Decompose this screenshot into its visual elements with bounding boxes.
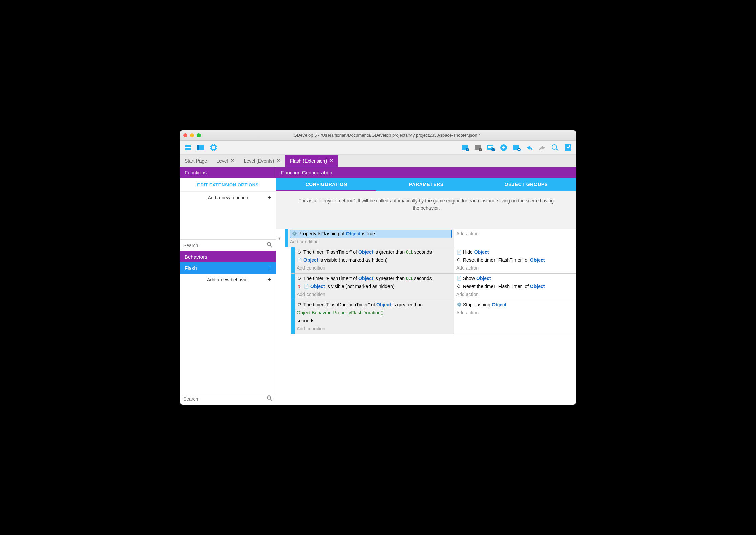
plus-icon: + (267, 276, 271, 283)
behavior-item-flash[interactable]: Flash ⋮ (180, 262, 276, 274)
sidebar: Functions EDIT EXTENSION OPTIONS Add a n… (180, 167, 276, 405)
undo-icon[interactable] (524, 142, 535, 153)
svg-point-30 (552, 145, 557, 149)
search-functions-row (180, 239, 276, 251)
settings-icon[interactable] (563, 142, 573, 153)
main-panel: Function Configuration CONFIGURATION PAR… (276, 167, 576, 405)
toolbar: + + + + (180, 141, 576, 155)
event-row[interactable]: ⚙️ Property IsFlashing of Object is true… (285, 229, 576, 247)
tab-level-events[interactable]: Level (Events)✕ (239, 155, 285, 167)
add-condition-button[interactable]: Add condition (297, 291, 452, 299)
delete-event-icon[interactable] (511, 142, 522, 153)
search-functions-input[interactable] (183, 243, 267, 248)
close-icon[interactable]: ✕ (330, 158, 333, 163)
conditions-column[interactable]: ⚙️ Property IsFlashing of Object is true… (288, 229, 454, 247)
hide-icon: 📄 (456, 250, 462, 255)
actions-column[interactable]: 📄 Show Object ⏱ Reset the timer "FlashTi… (454, 274, 576, 300)
tab-configuration[interactable]: CONFIGURATION (276, 178, 376, 191)
add-condition-button[interactable]: Add condition (297, 264, 452, 272)
svg-rect-21 (488, 146, 493, 147)
event-row[interactable]: ⏱ The timer "FlashTimer" of Object is gr… (291, 247, 576, 274)
add-behavior-button[interactable]: Add a new behavior + (180, 274, 276, 286)
tab-parameters[interactable]: PARAMETERS (376, 178, 476, 191)
tab-object-groups[interactable]: OBJECT GROUPS (476, 178, 576, 191)
redo-icon[interactable] (537, 142, 548, 153)
zoom-window-icon[interactable] (197, 133, 201, 137)
events-sheet: ▼ ⚙️ Property IsFlashing of Object is tr… (276, 229, 576, 405)
conditions-column[interactable]: ⏱ The timer "FlashTimer" of Object is gr… (295, 274, 454, 300)
timer-icon: ⏱ (297, 276, 302, 281)
add-action-button[interactable]: Add action (456, 309, 574, 317)
condition-line[interactable]: ⏱ The timer "FlashTimer" of Object is gr… (297, 275, 452, 283)
properties-panel-icon[interactable] (195, 142, 206, 153)
condition-line[interactable]: ⏱ The timer "FlashDurationTimer" of Obje… (297, 301, 452, 309)
add-event-icon[interactable]: + (460, 142, 470, 153)
actions-column[interactable]: 📄 Hide Object ⏱ Reset the timer "FlashTi… (454, 247, 576, 273)
event-gutter (291, 300, 295, 334)
close-icon[interactable]: ✕ (231, 158, 234, 163)
app-window: GDevelop 5 - /Users/florian/Documents/GD… (180, 130, 576, 405)
action-line[interactable]: ⏱ Reset the timer "FlashTimer" of Object (456, 283, 574, 291)
minimize-window-icon[interactable] (190, 133, 194, 137)
svg-point-33 (569, 145, 570, 147)
add-comment-icon[interactable]: + (485, 142, 496, 153)
close-window-icon[interactable] (183, 133, 187, 137)
event-row[interactable]: ⏱ The timer "FlashDurationTimer" of Obje… (291, 300, 576, 334)
invert-icon: ↯ (297, 284, 302, 289)
tab-flash-extension[interactable]: Flash (Extension)✕ (285, 155, 338, 167)
action-line[interactable]: 📄 Show Object (456, 275, 574, 283)
edit-extension-options-button[interactable]: EDIT EXTENSION OPTIONS (180, 178, 276, 192)
lifecycle-description: This is a "lifecycle method". It will be… (276, 191, 576, 229)
config-tabs: CONFIGURATION PARAMETERS OBJECT GROUPS (276, 178, 576, 191)
condition-line[interactable]: 📄 Object is visible (not marked as hidde… (297, 256, 452, 264)
svg-rect-5 (212, 146, 216, 150)
condition-line[interactable]: ⚙️ Property IsFlashing of Object is true (290, 230, 452, 238)
close-icon[interactable]: ✕ (277, 158, 280, 163)
search-events-icon[interactable] (550, 142, 561, 153)
event-gutter (291, 274, 295, 300)
project-panel-icon[interactable] (183, 142, 193, 153)
tab-level[interactable]: Level✕ (212, 155, 239, 167)
actions-column[interactable]: ⚙️ Stop flashing Object Add action (454, 300, 576, 334)
add-condition-button[interactable]: Add condition (297, 325, 452, 333)
window-controls (183, 133, 201, 137)
condition-line[interactable]: ⏱ The timer "FlashTimer" of Object is gr… (297, 248, 452, 256)
add-action-button[interactable]: Add action (456, 230, 574, 238)
condition-line-tail: seconds (297, 317, 452, 325)
condition-expression[interactable]: Object.Behavior::PropertyFlashDuration() (297, 309, 452, 317)
conditions-column[interactable]: ⏱ The timer "FlashDurationTimer" of Obje… (295, 300, 454, 334)
event-row[interactable]: ⏱ The timer "FlashTimer" of Object is gr… (291, 274, 576, 300)
tab-start-page[interactable]: Start Page (180, 155, 212, 167)
conditions-column[interactable]: ⏱ The timer "FlashTimer" of Object is gr… (295, 247, 454, 273)
condition-line[interactable]: ↯ 📄 Object is visible (not marked as hid… (297, 283, 452, 291)
action-line[interactable]: ⚙️ Stop flashing Object (456, 301, 574, 309)
svg-text:+: + (502, 145, 505, 150)
visible-icon: 📄 (303, 284, 309, 289)
visible-icon: 📄 (297, 258, 302, 263)
collapse-caret-icon[interactable]: ▼ (278, 236, 281, 240)
search-behaviors-input[interactable] (183, 396, 267, 402)
action-line[interactable]: 📄 Hide Object (456, 248, 574, 256)
add-action-button[interactable]: Add action (456, 291, 574, 299)
kebab-menu-icon[interactable]: ⋮ (266, 266, 271, 270)
add-other-icon[interactable]: + (498, 142, 509, 153)
add-function-button[interactable]: Add a new function + (180, 192, 276, 204)
chip-icon[interactable] (208, 142, 219, 153)
add-function-label: Add a new function (208, 195, 248, 200)
svg-rect-22 (488, 147, 491, 148)
behavior-label: Flash (185, 265, 197, 271)
gear-icon: ⚙️ (456, 302, 462, 308)
svg-line-31 (556, 149, 558, 151)
svg-point-36 (267, 396, 271, 399)
add-action-button[interactable]: Add action (456, 264, 574, 272)
titlebar: GDevelop 5 - /Users/florian/Documents/GD… (180, 130, 576, 141)
add-subevent-icon[interactable]: + (472, 142, 483, 153)
action-line[interactable]: ⏱ Reset the timer "FlashTimer" of Object (456, 256, 574, 264)
svg-rect-2 (185, 147, 191, 148)
tab-label: Flash (Extension) (290, 158, 327, 164)
search-behaviors-row (180, 393, 276, 405)
actions-column[interactable]: Add action (454, 229, 576, 247)
svg-point-34 (267, 242, 271, 246)
svg-text:+: + (492, 148, 494, 151)
add-condition-button[interactable]: Add condition (290, 238, 452, 246)
